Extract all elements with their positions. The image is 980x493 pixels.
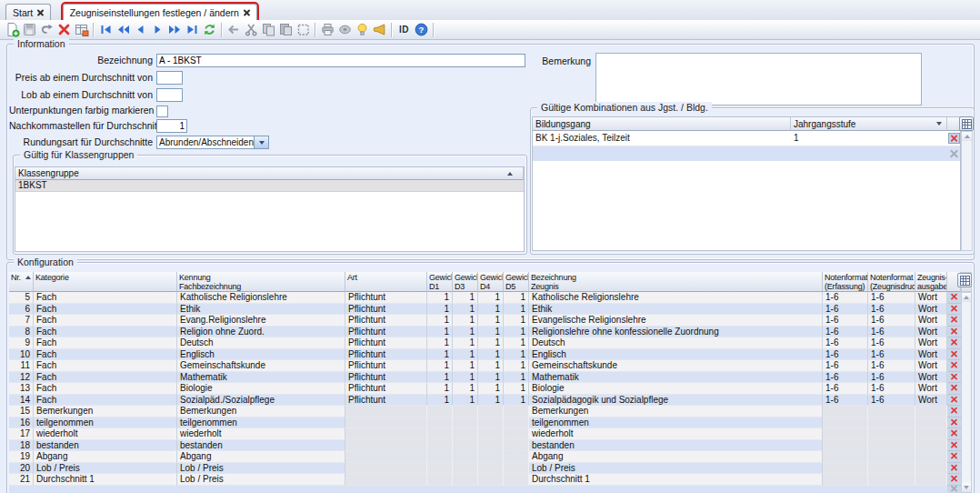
col-header-d5[interactable]: GewichtD5 (504, 272, 529, 292)
table-row[interactable]: 9FachDeutschPflichtunt1111Deutsch1-61-6W… (9, 337, 961, 349)
delete-row-button[interactable] (947, 304, 961, 316)
konfiguration-table-config-button[interactable] (957, 273, 972, 287)
unterpunktungen-checkbox[interactable] (156, 106, 168, 117)
table-row[interactable]: BK 1-j.Soziales, Teilzeit 1 (533, 131, 960, 146)
konfiguration-scrollbar[interactable] (961, 292, 972, 493)
hint-icon[interactable] (354, 22, 371, 38)
go-previous-icon[interactable] (132, 22, 149, 38)
lob-input[interactable] (156, 88, 183, 102)
delete-row-button[interactable] (947, 360, 961, 372)
delete-row-button[interactable] (947, 440, 961, 452)
table-row[interactable]: 21Durchschnitt 1Lob / PreisDurchschnitt … (9, 474, 961, 486)
table-row[interactable]: 12FachMathematikPflichtunt1111Mathematik… (9, 372, 961, 384)
col-header-kategorie[interactable]: Kategorie (34, 272, 177, 292)
refresh-icon[interactable] (201, 22, 218, 38)
delete-row-button[interactable] (947, 383, 961, 395)
go-fast-back-icon[interactable] (115, 22, 132, 38)
scroll-up-button[interactable] (962, 132, 972, 141)
table-row-empty[interactable] (533, 146, 960, 161)
table-row[interactable]: 6FachEthikPflichtunt1111Ethik1-61-6Wort (9, 304, 961, 316)
table-row[interactable]: 5FachKatholische ReligionslehrePflichtun… (9, 292, 961, 304)
kombinationen-scrollbar[interactable] (961, 131, 973, 251)
save-icon[interactable] (21, 22, 38, 38)
preis-input[interactable] (156, 71, 183, 85)
col-header-d4[interactable]: GewichtD4 (478, 272, 504, 292)
table-row[interactable]: 13FachBiologiePflichtunt1111Biologie1-61… (9, 383, 961, 395)
scroll-down-button[interactable] (962, 483, 971, 492)
close-icon[interactable] (244, 9, 250, 15)
dropdown-button[interactable] (254, 136, 268, 148)
table-row[interactable]: 18bestandenbestandenbestanden (9, 440, 961, 452)
table-row[interactable]: 11FachGemeinschaftskundePflichtunt1111Ge… (9, 360, 961, 372)
id-button[interactable]: ID (395, 22, 413, 38)
help-icon[interactable]: ? (413, 22, 430, 38)
go-next-icon[interactable] (149, 22, 166, 38)
new-record-icon[interactable] (4, 22, 21, 38)
delete-row-button[interactable] (947, 327, 961, 338)
nachkommastellen-input[interactable] (156, 119, 187, 133)
go-fast-forward-icon[interactable] (166, 22, 184, 38)
go-first-icon[interactable] (97, 22, 115, 38)
table-row[interactable]: 17wiederholtwiederholtwiederholt (9, 428, 961, 440)
copy-icon[interactable] (260, 22, 277, 38)
col-header-bildungsgang[interactable]: Bildungsgang (533, 117, 791, 131)
delete-icon (951, 328, 957, 335)
kombinationen-table-config-button[interactable] (959, 116, 974, 131)
scroll-up-button[interactable] (962, 293, 971, 302)
cut-icon[interactable] (243, 22, 260, 38)
delete-row-button[interactable] (947, 463, 961, 475)
delete-row-button[interactable] (947, 418, 961, 429)
delete-row-button[interactable] (947, 349, 961, 361)
bezeichnung-input[interactable] (156, 54, 525, 67)
bemerkung-textarea[interactable] (595, 53, 922, 106)
close-icon[interactable] (37, 9, 44, 15)
table-row[interactable]: 7FachEvang.ReligionslehrePflichtunt1111E… (9, 315, 961, 327)
col-header-bezeichnung[interactable]: BezeichnungZeugnis (529, 272, 823, 292)
cell-ausgabe (915, 451, 947, 463)
table-row[interactable]: 14FachSozialpäd./SozialpflegePflichtunt1… (9, 395, 961, 407)
undo-icon[interactable] (38, 22, 55, 38)
go-last-icon[interactable] (184, 22, 201, 38)
delete-row-button[interactable] (947, 406, 961, 418)
print-icon[interactable] (319, 22, 336, 38)
delete-row-button[interactable] (947, 451, 961, 463)
notification-icon[interactable] (371, 22, 388, 38)
table-row[interactable]: 15BemerkungenBemerkungenBemerkungen (9, 406, 961, 418)
table-row[interactable]: 19AbgangAbgangAbgang (9, 451, 961, 463)
table-row-empty[interactable] (9, 486, 961, 493)
table-row[interactable]: 1BKST (15, 180, 524, 192)
delete-row-button[interactable] (947, 395, 961, 407)
col-header-nr[interactable]: Nr. (9, 272, 34, 292)
table-row[interactable]: 20Lob / PreisLob / PreisLob / Preis (9, 463, 961, 475)
tab-zeugniseinstellungen[interactable]: Zeugniseinstellungen festlegen / ändern (63, 4, 257, 20)
col-header-kennung[interactable]: KennungFachbezeichnung (177, 272, 345, 292)
delete-row-button[interactable] (947, 315, 961, 327)
back-icon[interactable] (225, 22, 243, 38)
delete-row-button[interactable] (947, 337, 961, 349)
record-icon[interactable] (336, 22, 354, 38)
table-row[interactable]: 8FachReligion ohne Zuord.Pflichtunt1111R… (9, 327, 961, 338)
paste-icon[interactable] (277, 22, 295, 38)
table-row[interactable]: 10FachEnglischPflichtunt1111Englisch1-61… (9, 349, 961, 361)
data-table-icon[interactable] (73, 22, 90, 38)
col-header-ausgabe[interactable]: Zeugnis-ausgabe (915, 272, 947, 292)
col-header-jahrgangsstufe[interactable]: Jahrgangsstufe (791, 117, 947, 131)
delete-row-button[interactable] (947, 428, 961, 440)
cell-nf_druck: 1-6 (868, 383, 915, 395)
col-header-nf_erfassung[interactable]: Notenformat(Erfassung) (823, 272, 868, 292)
rundungsart-select[interactable]: Abrunden/Abschneiden (156, 136, 269, 149)
col-header-d1[interactable]: GewichtD1 (427, 272, 453, 292)
select-icon[interactable] (295, 22, 312, 38)
col-header-klassengruppe[interactable]: Klassengruppe (15, 167, 524, 180)
delete-row-button[interactable] (947, 474, 961, 486)
cell-art: Pflichtunt (345, 292, 427, 304)
col-header-nf_druck[interactable]: Notenformat(Zeugnisdruck) (868, 272, 915, 292)
delete-record-icon[interactable] (55, 22, 73, 38)
tab-start[interactable]: Start (5, 4, 51, 20)
delete-row-button[interactable] (948, 133, 960, 144)
table-row[interactable]: 16teilgenommenteilgenommenteilgenommen (9, 418, 961, 429)
delete-row-button[interactable] (947, 292, 961, 304)
col-header-art[interactable]: Art (345, 272, 427, 292)
col-header-d3[interactable]: GewichtD3 (453, 272, 478, 292)
delete-row-button[interactable] (947, 372, 961, 384)
